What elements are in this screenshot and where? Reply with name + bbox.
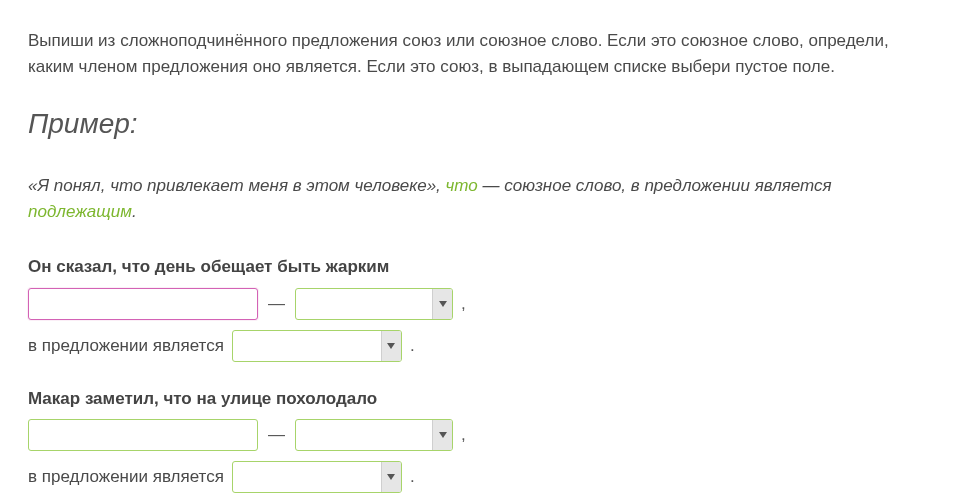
comma-separator: , [461, 291, 466, 317]
period-separator: . [410, 333, 415, 359]
example-role: подлежащим [28, 202, 132, 221]
example-heading: Пример: [28, 103, 938, 145]
role-select[interactable] [232, 330, 402, 362]
dash-separator: — [266, 422, 287, 448]
task-row-2: в предложении является . [28, 330, 938, 362]
chevron-down-icon [381, 331, 401, 361]
task-sentence: Макар заметил, что на улице похолодало [28, 386, 938, 412]
comma-separator: , [461, 422, 466, 448]
conjunction-input[interactable] [28, 288, 258, 320]
task-row-1: — , [28, 419, 938, 451]
chevron-down-icon [432, 420, 452, 450]
task-instructions: Выпиши из сложноподчинённого предложения… [28, 28, 938, 79]
role-prefix-label: в предложении является [28, 333, 224, 359]
role-prefix-label: в предложении является [28, 464, 224, 490]
dash-separator: — [266, 291, 287, 317]
conjunction-input[interactable] [28, 419, 258, 451]
role-select[interactable] [232, 461, 402, 493]
task-block: Макар заметил, что на улице похолодало —… [28, 386, 938, 494]
example-word: что [446, 176, 478, 195]
example-end: . [132, 202, 137, 221]
example-line: «Я понял, что привлекает меня в этом чел… [28, 173, 938, 224]
example-quote: «Я понял, что привлекает меня в этом чел… [28, 176, 446, 195]
task-block: Он сказал, что день обещает быть жарким … [28, 254, 938, 362]
task-sentence: Он сказал, что день обещает быть жарким [28, 254, 938, 280]
type-select[interactable] [295, 288, 453, 320]
task-row-2: в предложении является . [28, 461, 938, 493]
task-row-1: — , [28, 288, 938, 320]
chevron-down-icon [381, 462, 401, 492]
type-select[interactable] [295, 419, 453, 451]
chevron-down-icon [432, 289, 452, 319]
example-mid: — союзное слово, в предложении является [478, 176, 832, 195]
period-separator: . [410, 464, 415, 490]
